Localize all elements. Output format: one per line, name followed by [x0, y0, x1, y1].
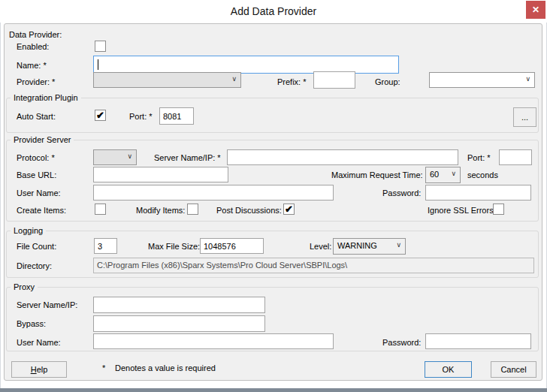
- auto-start-label: Auto Start:: [17, 112, 56, 122]
- required-star: *: [102, 363, 105, 373]
- proxy-password-label: Password:: [382, 338, 421, 348]
- server-port-input[interactable]: [499, 149, 532, 165]
- text-caret: [98, 59, 98, 70]
- server-user-name-label: User Name:: [17, 188, 61, 198]
- titlebar: Add Data Provider ✕: [0, 0, 547, 23]
- seconds-label: seconds: [467, 170, 498, 180]
- plugin-port-label: Port: *: [129, 112, 153, 122]
- chevron-down-icon: ∨: [525, 75, 530, 83]
- proxy-title: Proxy: [11, 282, 38, 292]
- plugin-port-input[interactable]: [159, 107, 194, 125]
- base-url-label: Base URL:: [17, 170, 56, 180]
- browse-button[interactable]: ...: [513, 107, 536, 127]
- logging-title: Logging: [11, 226, 46, 236]
- proxy-server-label: Server Name/IP:: [17, 300, 77, 310]
- server-port-label: Port: *: [467, 153, 491, 163]
- level-label: Level:: [310, 242, 331, 252]
- protocol-dropdown[interactable]: ∨: [93, 149, 137, 165]
- dialog-title: Add Data Provider: [0, 5, 547, 17]
- add-data-provider-dialog: Add Data Provider ✕ Data Provider: Enabl…: [0, 0, 547, 392]
- enabled-label: Enabled:: [17, 42, 49, 52]
- proxy-user-name-input[interactable]: [93, 333, 334, 349]
- integration-plugin-groupbox: [6, 98, 539, 133]
- enabled-checkbox[interactable]: [95, 41, 106, 52]
- directory-label: Directory:: [17, 261, 52, 271]
- modify-items-label: Modify Items:: [136, 206, 185, 216]
- server-password-label: Password:: [382, 188, 421, 198]
- modify-items-checkbox[interactable]: [187, 204, 198, 215]
- max-request-time-dropdown[interactable]: 60 ∨: [425, 167, 461, 183]
- max-file-size-input[interactable]: [200, 238, 264, 254]
- provider-server-title: Provider Server: [11, 135, 74, 145]
- file-count-input[interactable]: [94, 238, 117, 254]
- prefix-label: Prefix: *: [277, 77, 307, 87]
- help-button-initial: H: [31, 365, 37, 374]
- ignore-ssl-errors-label: Ignore SSL Errors:: [428, 206, 496, 216]
- bypass-label: Bypass:: [17, 319, 46, 329]
- close-icon: ✕: [532, 5, 539, 15]
- server-user-name-input[interactable]: [93, 185, 334, 201]
- chevron-down-icon: ∨: [231, 75, 237, 83]
- proxy-server-input[interactable]: [93, 297, 265, 313]
- proxy-user-name-label: User Name:: [17, 338, 61, 348]
- create-items-label: Create Items:: [17, 206, 66, 216]
- server-name-label: Server Name/IP: *: [154, 153, 221, 163]
- max-request-time-value: 60: [430, 170, 439, 179]
- group-label: Group:: [375, 77, 400, 87]
- name-label: Name: *: [17, 61, 47, 71]
- file-count-label: File Count:: [17, 242, 56, 252]
- protocol-label: Protocol: *: [17, 153, 55, 163]
- level-dropdown[interactable]: WARNING ∨: [333, 238, 406, 255]
- ignore-ssl-errors-checkbox[interactable]: [493, 204, 504, 215]
- server-password-input[interactable]: [425, 185, 531, 201]
- provider-label: Provider: *: [17, 77, 55, 87]
- chevron-down-icon: ∨: [451, 170, 456, 177]
- proxy-password-input[interactable]: [425, 333, 531, 349]
- data-provider-section-label: Data Provider:: [9, 30, 62, 40]
- provider-dropdown[interactable]: ∨: [93, 72, 241, 88]
- chevron-down-icon: ∨: [127, 152, 132, 160]
- integration-plugin-title: Integration Plugin: [11, 93, 81, 103]
- bypass-input[interactable]: [93, 315, 265, 332]
- chevron-down-icon: ∨: [396, 241, 401, 249]
- window-bottom-edge: [0, 388, 547, 392]
- level-dropdown-value: WARNING: [337, 241, 377, 250]
- server-name-input[interactable]: [227, 149, 458, 165]
- ok-button[interactable]: OK: [425, 361, 472, 378]
- max-file-size-label: Max File Size:: [148, 242, 200, 252]
- directory-field: C:\Program Files (x86)\Sparx Systems\Pro…: [93, 258, 534, 273]
- group-dropdown[interactable]: ∨: [429, 72, 535, 88]
- cancel-button[interactable]: Cancel: [491, 361, 536, 378]
- create-items-checkbox[interactable]: [95, 204, 106, 215]
- max-request-time-label: Maximum Request Time:: [331, 170, 423, 180]
- prefix-input[interactable]: [313, 71, 355, 89]
- ellipsis-icon: ...: [521, 113, 528, 122]
- close-button[interactable]: ✕: [526, 1, 545, 19]
- base-url-input[interactable]: [93, 167, 228, 182]
- post-discussions-label: Post Discussions:: [216, 206, 282, 216]
- help-button[interactable]: Help: [11, 361, 67, 378]
- post-discussions-checkbox[interactable]: ✔: [283, 204, 295, 215]
- required-note: Denotes a value is required: [115, 363, 216, 373]
- auto-start-checkbox[interactable]: ✔: [95, 110, 106, 121]
- help-button-rest: elp: [37, 365, 48, 374]
